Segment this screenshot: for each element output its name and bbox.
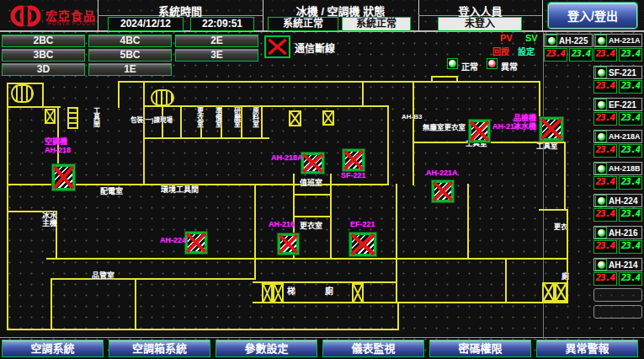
ahu-offline-symbol[interactable] (277, 233, 300, 255)
unit-values: 23.423.4 (593, 240, 642, 254)
chiller-status-value: 系統正常 (268, 17, 338, 31)
offline-x-icon (278, 233, 299, 255)
ahu-offline-symbol[interactable] (468, 119, 491, 143)
zone-button-2e[interactable]: 2E (175, 35, 258, 47)
unit-entry-ah-225[interactable]: AH-225 (544, 34, 593, 47)
unit-entry-ah-216[interactable]: AH-216 (593, 226, 642, 239)
normal-legend-label: 正常 (461, 60, 478, 72)
nav-button-6[interactable]: 異常警報 (536, 340, 638, 357)
wall-segment (254, 184, 256, 280)
pv-value: 23.4 (593, 176, 617, 190)
nav-button-3[interactable]: 參數設定 (216, 340, 317, 357)
unit-name-label: AH-225 (559, 36, 588, 46)
status-led (548, 37, 556, 45)
abnormal-led-icon (487, 58, 498, 69)
zone-button-1e[interactable]: 1E (88, 63, 172, 76)
ahu-offline-symbol[interactable] (539, 116, 564, 142)
wall-segment (293, 194, 332, 196)
unit-name-label: AH-214 (609, 260, 637, 270)
room-label: 更衣 (554, 224, 567, 231)
ahu-offline-symbol[interactable] (184, 231, 208, 255)
unit-values: 23.423.4 (593, 272, 642, 286)
ahu-offline-symbol[interactable] (51, 163, 76, 191)
nav-button-2[interactable]: 空調箱系統 (109, 340, 210, 357)
room-label: AH-B3 (402, 114, 422, 121)
login-logout-button[interactable]: 登入/登出 (548, 3, 637, 29)
unit-entry-ah-218a[interactable]: AH-218A (593, 130, 642, 143)
unit-name-label: AH-218B (609, 164, 641, 173)
empty-slot (593, 305, 642, 319)
zone-button-3bc[interactable]: 3BC (2, 49, 85, 62)
empty-slot (593, 288, 642, 302)
wall-segment (397, 303, 399, 330)
stairs-icon (11, 84, 34, 103)
sv-value: 23.4 (619, 144, 642, 158)
room-label: 環境工具間 (161, 186, 199, 194)
system-time-value: 22:09:51 (190, 17, 254, 31)
status-led-icon (595, 35, 607, 46)
wall-segment (456, 76, 458, 83)
elevator-shaft-icon (322, 110, 334, 126)
status-led-icon (595, 99, 607, 110)
room-label: 準備室 (214, 107, 221, 127)
room-label: 廁 (325, 287, 333, 297)
pv-value: 23.4 (593, 240, 617, 254)
elevator-shaft-icon (273, 283, 284, 303)
zone-button-3e[interactable]: 3E (175, 49, 258, 62)
ahu-map-label: AH-221A (426, 169, 458, 178)
brand-name-en: HUNYA FOODS (47, 20, 96, 26)
room-label: 梯 (287, 287, 295, 297)
offline-x-icon (52, 164, 75, 190)
pv-value: 23.4 (593, 272, 617, 286)
unit-entry-ah-221a[interactable]: AH-221A (593, 34, 642, 47)
wall-segment (370, 302, 568, 303)
zone-button-4bc[interactable]: 4BC (88, 35, 172, 47)
sv-value: 23.4 (619, 112, 642, 126)
status-led-icon (546, 35, 557, 46)
sv-value: 23.4 (569, 48, 593, 62)
unit-name-label: AH-221A (609, 36, 641, 45)
sv-header-label: SV (525, 33, 538, 43)
wall-segment (143, 137, 269, 139)
room-label: 包裝(一)課現場 (130, 117, 173, 124)
unit-entry-ef-221[interactable]: EF-221 (593, 98, 642, 111)
status-led-icon (595, 259, 607, 271)
hmi-screen: 宏亞食品 HUNYA FOODS 系統時間 2024/12/12 22:09:5… (0, 0, 644, 359)
nav-button-5[interactable]: 密碼權限 (429, 340, 531, 357)
wall-segment (7, 106, 61, 108)
wall-segment (387, 105, 389, 185)
pv-value: 23.4 (593, 208, 617, 222)
wall-segment (118, 81, 540, 83)
unit-entry-ah-214[interactable]: AH-214 (593, 258, 642, 271)
unit-entry-ah-218b[interactable]: AH-218B (593, 162, 642, 175)
ahu-offline-symbol[interactable] (349, 232, 377, 257)
status-led-icon (595, 195, 607, 206)
room-label: 無塵室更衣室 (423, 124, 466, 131)
ahu-offline-symbol[interactable] (342, 148, 365, 172)
zone-button-3d[interactable]: 3D (2, 63, 85, 76)
nav-button-4[interactable]: 儀表監視 (322, 340, 424, 357)
status-led (598, 165, 605, 173)
nav-button-1[interactable]: 空調系統 (2, 340, 104, 357)
ahu-map-label: SF-221 (341, 172, 366, 180)
sv-value: 23.4 (619, 272, 642, 286)
zone-button-5bc[interactable]: 5BC (88, 49, 172, 62)
wall-segment (505, 258, 507, 302)
unit-values: 23.423.4 (593, 80, 642, 94)
zone-button-2bc[interactable]: 2BC (2, 35, 85, 47)
ahu-map-label: EF-221 (350, 221, 375, 229)
ahu-offline-symbol[interactable] (431, 180, 455, 203)
offline-x-icon (432, 180, 454, 202)
wall-segment (135, 278, 136, 329)
offline-x-icon (185, 232, 207, 254)
unit-entry-sf-221[interactable]: SF-221 (593, 66, 642, 79)
unit-entry-ah-224[interactable]: AH-224 (593, 194, 642, 207)
unit-name-label: AH-216 (609, 228, 637, 238)
header-separator (542, 0, 543, 32)
ahu-map-label: 空調機 AH-218 (45, 138, 71, 155)
stairs-icon (151, 89, 174, 106)
ahu-map-label: AH-224 (160, 237, 186, 245)
ahu-offline-symbol[interactable] (301, 152, 325, 174)
offline-x-icon (540, 117, 563, 141)
wall-segment (42, 83, 44, 108)
